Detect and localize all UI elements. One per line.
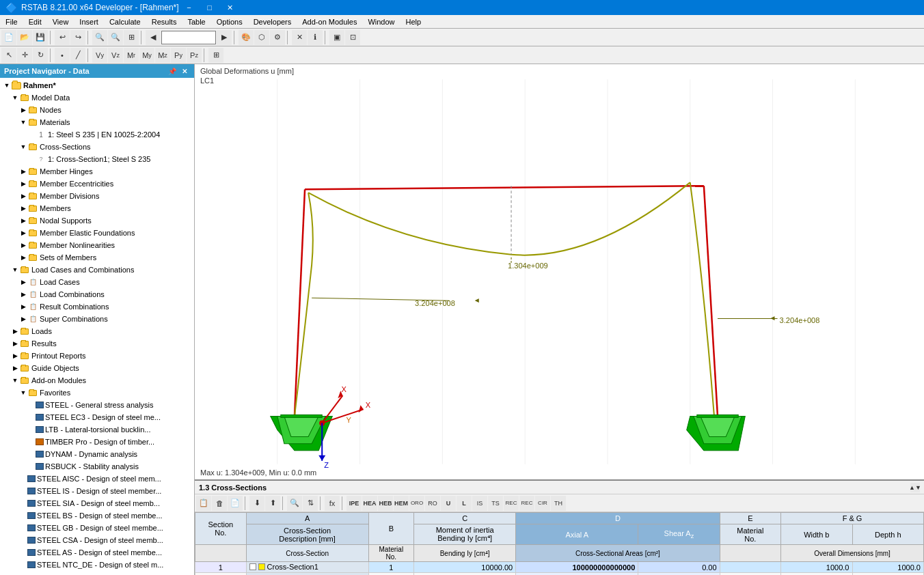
rotate-button[interactable]: ↻ xyxy=(33,48,48,63)
view-py-button[interactable]: Py xyxy=(171,48,186,63)
x-button[interactable]: ✕ xyxy=(292,30,307,45)
wire-button[interactable]: ⬡ xyxy=(254,30,269,45)
rc-toggle[interactable]: ▶ xyxy=(19,303,27,311)
grid-l-button[interactable]: L xyxy=(457,496,472,511)
grid-import-button[interactable]: ⬇ xyxy=(249,496,264,511)
sidebar-item-steel-csa[interactable]: STEEL CSA - Design of steel memb... xyxy=(0,534,194,546)
grid-ro-button[interactable]: RO xyxy=(425,496,440,511)
menu-item-insert[interactable]: Insert xyxy=(74,15,104,28)
sidebar-item-material-1[interactable]: 1 1: Steel S 235 | EN 10025-2:2004 xyxy=(0,128,194,141)
sidebar-item-ltb[interactable]: LTB - Lateral-torsional bucklin... xyxy=(0,423,194,436)
viewxy-button[interactable]: ⊡ xyxy=(345,30,360,45)
load-case-input[interactable]: LC1 xyxy=(161,31,216,44)
sidebar-item-printout-reports[interactable]: ▶ Printout Reports xyxy=(0,350,194,362)
sidebar-item-steel-ntc-de[interactable]: STEEL NTC_DE - Design of steel m... xyxy=(0,559,194,571)
mef-toggle[interactable]: ▶ xyxy=(19,229,27,237)
menu-item-edit[interactable]: Edit xyxy=(23,15,47,28)
mh-toggle[interactable]: ▶ xyxy=(19,167,27,176)
root-toggle[interactable]: ▼ xyxy=(3,81,11,89)
snap-button[interactable]: ⊞ xyxy=(208,48,223,63)
sidebar-item-cross-section-1[interactable]: ? 1: Cross-Section1; Steel S 235 xyxy=(0,153,194,165)
results-toggle[interactable]: ▶ xyxy=(11,339,19,348)
mn-toggle[interactable]: ▶ xyxy=(19,241,27,249)
move-button[interactable]: ✛ xyxy=(17,48,32,63)
sidebar-item-sets-of-members[interactable]: ▶ Sets of Members xyxy=(0,251,194,264)
view-my-button[interactable]: My xyxy=(139,48,154,63)
node-button[interactable]: • xyxy=(55,48,70,63)
table-row[interactable]: 1 Cross-Section1 1 10000.00 1000000000 xyxy=(195,562,924,573)
ns-toggle[interactable]: ▶ xyxy=(19,216,27,225)
sidebar-item-steel-as[interactable]: STEEL AS - Design of steel membe... xyxy=(0,546,194,559)
sidebar-item-results[interactable]: ▶ Results xyxy=(0,337,194,350)
am-toggle[interactable]: ▼ xyxy=(11,376,19,384)
materials-toggle[interactable]: ▼ xyxy=(19,118,27,126)
menu-item-results[interactable]: Results xyxy=(146,15,182,28)
nav-pin-button[interactable]: 📌 xyxy=(167,66,178,76)
sidebar-item-loads[interactable]: ▶ Loads xyxy=(0,325,194,337)
cs-checkbox-1[interactable] xyxy=(249,563,256,570)
grid-resize-button[interactable]: ▲▼ xyxy=(910,483,920,492)
sidebar-item-member-divisions[interactable]: ▶ Member Divisions xyxy=(0,190,194,202)
sidebar-item-super-combinations[interactable]: ▶ 📋 Super Combinations xyxy=(0,313,194,325)
info-button[interactable]: ℹ xyxy=(308,30,323,45)
sidebar-item-dynam[interactable]: DYNAM - Dynamic analysis xyxy=(0,448,194,460)
grid-rec-button[interactable]: REC xyxy=(504,496,519,511)
minimize-button[interactable]: − xyxy=(179,0,200,15)
open-button[interactable]: 📂 xyxy=(17,30,32,45)
loads-toggle[interactable]: ▶ xyxy=(11,327,19,335)
som-toggle[interactable]: ▶ xyxy=(19,253,27,262)
sc-toggle[interactable]: ▶ xyxy=(19,315,27,323)
close-button[interactable]: ✕ xyxy=(220,0,241,15)
redo-button[interactable]: ↪ xyxy=(70,30,85,45)
grid-rec2-button[interactable]: REC xyxy=(519,496,534,511)
grid-export-button[interactable]: ⬆ xyxy=(265,496,280,511)
sidebar-item-member-eccentricities[interactable]: ▶ Member Eccentricities xyxy=(0,178,194,190)
sidebar-item-members[interactable]: ▶ Members xyxy=(0,202,194,214)
sidebar-item-load-cases[interactable]: ▶ 📋 Load Cases xyxy=(0,276,194,288)
view-mz-button[interactable]: Mz xyxy=(155,48,170,63)
sidebar-item-steel-is[interactable]: STEEL IS - Design of steel member... xyxy=(0,485,194,497)
menu-item-file[interactable]: File xyxy=(0,15,23,28)
view-pz-button[interactable]: Pz xyxy=(187,48,202,63)
grid-delete-row-button[interactable]: 🗑 xyxy=(212,496,227,511)
sidebar-item-nodal-supports[interactable]: ▶ Nodal Supports xyxy=(0,214,194,227)
grid-formula-button[interactable]: fx xyxy=(325,496,340,511)
sidebar-item-member-nonlinear[interactable]: ▶ Member Nonlinearities xyxy=(0,239,194,251)
sidebar-item-addon-modules[interactable]: ▼ Add-on Modules xyxy=(0,374,194,387)
view-mr-button[interactable]: Mr xyxy=(124,48,139,63)
sidebar-item-steel-bs[interactable]: STEEL BS - Design of steel membe... xyxy=(0,509,194,522)
new-button[interactable]: 📄 xyxy=(1,30,16,45)
settings-button[interactable]: ⚙ xyxy=(270,30,285,45)
view-vz-button[interactable]: Vz xyxy=(108,48,123,63)
menu-item-add-on-modules[interactable]: Add-on Modules xyxy=(297,15,362,28)
menu-item-window[interactable]: Window xyxy=(362,15,400,28)
grid-heb-button[interactable]: HEB xyxy=(378,496,393,511)
lcc-toggle[interactable]: ▼ xyxy=(11,266,19,274)
sidebar-item-cross-sections[interactable]: ▼ Cross-Sections xyxy=(0,141,194,153)
sidebar-item-member-hinges[interactable]: ▶ Member Hinges xyxy=(0,165,194,178)
save-button[interactable]: 💾 xyxy=(33,30,48,45)
sidebar-item-result-combinations[interactable]: ▶ 📋 Result Combinations xyxy=(0,300,194,313)
sidebar-item-model-data[interactable]: ▼ Model Data xyxy=(0,92,194,104)
sidebar-item-load-cases-combos[interactable]: ▼ Load Cases and Combinations xyxy=(0,264,194,276)
sidebar-item-steel-sia[interactable]: STEEL SIA - Design of steel memb... xyxy=(0,497,194,509)
zoom-out-button[interactable]: 🔍 xyxy=(108,30,123,45)
sidebar-item-guide-objects[interactable]: ▶ Guide Objects xyxy=(0,362,194,374)
md-toggle[interactable]: ▶ xyxy=(19,192,27,200)
members-toggle[interactable]: ▶ xyxy=(19,204,27,212)
grid-hea-button[interactable]: HEA xyxy=(362,496,377,511)
menu-item-table[interactable]: Table xyxy=(182,15,210,28)
sidebar-item-steel-aisc[interactable]: STEEL AISC - Design of steel mem... xyxy=(0,473,194,485)
view3d-button[interactable]: ▣ xyxy=(329,30,344,45)
sidebar-item-steel-gb[interactable]: STEEL GB - Design of steel membe... xyxy=(0,522,194,534)
line-button[interactable]: ╱ xyxy=(70,48,85,63)
nodes-toggle[interactable]: ▶ xyxy=(19,106,27,114)
sidebar-item-timber-pro[interactable]: TIMBER Pro - Design of timber... xyxy=(0,436,194,448)
undo-button[interactable]: ↩ xyxy=(55,30,70,45)
grid-new-row-button[interactable]: 📋 xyxy=(196,496,211,511)
sidebar-item-steel-general[interactable]: STEEL - General stress analysis xyxy=(0,399,194,411)
grid-copy-button[interactable]: 📄 xyxy=(228,496,243,511)
grid-hem-button[interactable]: HEM xyxy=(394,496,409,511)
zoom-all-button[interactable]: ⊞ xyxy=(124,30,139,45)
menu-item-developers[interactable]: Developers xyxy=(248,15,297,28)
